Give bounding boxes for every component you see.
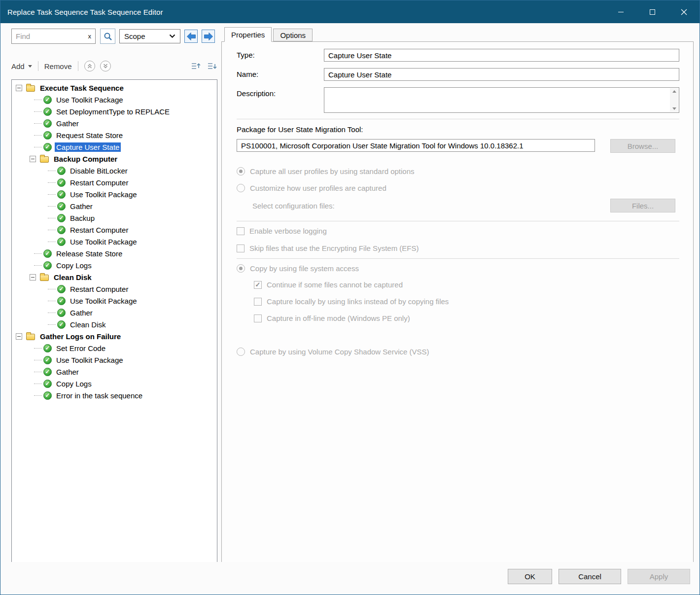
scroll-down-icon[interactable]	[672, 107, 676, 110]
checkbox-unchecked-icon	[237, 245, 245, 252]
move-down-button[interactable]	[100, 61, 111, 71]
search-button[interactable]	[100, 29, 115, 44]
ok-button[interactable]: OK	[508, 569, 552, 584]
radio-capture-all-label: Capture all user profiles by using stand…	[250, 167, 415, 175]
apply-button[interactable]: Apply	[628, 569, 690, 584]
tree-expander-icon[interactable]	[30, 274, 36, 280]
back-button[interactable]	[184, 30, 198, 43]
step-success-check-icon	[57, 190, 66, 199]
radio-copy-file-system[interactable]: Copy by using file system access	[237, 264, 679, 273]
description-input[interactable]	[325, 88, 669, 112]
type-input[interactable]	[324, 49, 679, 62]
cancel-button[interactable]: Cancel	[559, 569, 621, 584]
tree-connector-line	[34, 111, 42, 112]
tree-step-row[interactable]: Backup	[12, 212, 217, 224]
tree-group-row[interactable]: Clean Disk	[12, 271, 217, 283]
checkbox-verbose-logging[interactable]: Enable verbose logging	[237, 227, 679, 235]
tree-step-row[interactable]: Use Toolkit Package	[12, 236, 217, 247]
add-button-label: Add	[11, 62, 25, 70]
checkbox-skip-efs[interactable]: Skip files that use the Encrypting File …	[237, 244, 679, 252]
radio-customize-profiles[interactable]: Customize how user profiles are captured	[237, 184, 679, 192]
scope-dropdown[interactable]: Scope	[119, 29, 180, 43]
tab-options[interactable]: Options	[273, 29, 313, 41]
step-success-check-icon	[43, 131, 52, 140]
tree-expander-icon[interactable]	[30, 156, 36, 162]
tree-connector-line	[48, 313, 56, 313]
tree-step-row[interactable]: Disable BitLocker	[12, 165, 217, 176]
checkbox-offline-mode[interactable]: Capture in off-line mode (Windows PE onl…	[237, 314, 679, 322]
tab-properties[interactable]: Properties	[224, 27, 272, 42]
files-button[interactable]: Files...	[610, 199, 675, 212]
tree-step-row[interactable]: Restart Computer	[12, 224, 217, 236]
browse-button[interactable]: Browse...	[610, 139, 675, 153]
tree-step-row[interactable]: Set Error Code	[12, 342, 217, 354]
move-up-button[interactable]	[84, 61, 95, 71]
minimize-icon	[618, 12, 624, 12]
tree-step-row[interactable]: Use Toolkit Package	[12, 94, 217, 105]
checkbox-continue-on-error[interactable]: Continue if some files cannot be capture…	[237, 280, 679, 289]
add-button[interactable]: Add	[11, 62, 32, 70]
back-arrow-icon	[186, 31, 197, 42]
tree-connector-line	[48, 194, 56, 195]
chevrons-down-icon	[102, 63, 109, 70]
minimize-button[interactable]	[605, 0, 636, 23]
tree-group-row[interactable]: Execute Task Sequence	[12, 82, 217, 94]
tree-step-row[interactable]: Copy Logs	[12, 378, 217, 389]
tree-step-row[interactable]: Clean Disk	[12, 318, 217, 330]
step-success-check-icon	[43, 380, 52, 388]
tree-item-label: Gather	[69, 308, 94, 317]
maximize-button[interactable]	[636, 0, 668, 23]
tree-item-label: Use Toolkit Package	[69, 237, 139, 246]
expand-all-button[interactable]	[207, 61, 217, 71]
tree-step-row[interactable]: Error in the task sequence	[12, 389, 217, 401]
tree-step-row[interactable]: Restart Computer	[12, 283, 217, 295]
tree-item-label: Copy Logs	[55, 379, 93, 388]
task-sequence-tree: Execute Task SequenceUse Toolkit Package…	[11, 79, 217, 562]
tree-expander-icon[interactable]	[16, 333, 22, 340]
select-config-row: Select configuration files: Files...	[237, 199, 679, 212]
tree-step-row[interactable]: Capture User State	[12, 141, 217, 153]
description-scrollbar[interactable]	[670, 88, 678, 112]
tree-step-row[interactable]: Set DeploymentType to REPLACE	[12, 105, 217, 117]
tree-step-row[interactable]: Request State Store	[12, 129, 217, 141]
tree-group-row[interactable]: Backup Computer	[12, 153, 217, 165]
tree-step-row[interactable]: Use Toolkit Package	[12, 188, 217, 200]
forward-button[interactable]	[202, 30, 215, 43]
radio-unselected-icon	[237, 184, 245, 192]
tree-step-row[interactable]: Copy Logs	[12, 259, 217, 271]
tree-step-row[interactable]: Use Toolkit Package	[12, 354, 217, 366]
step-success-check-icon	[43, 119, 52, 128]
package-input[interactable]	[237, 139, 595, 152]
radio-capture-all-profiles[interactable]: Capture all user profiles by using stand…	[237, 167, 679, 175]
tree-item-label: Gather	[69, 202, 94, 211]
close-button[interactable]	[668, 0, 700, 23]
tree-step-row[interactable]: Gather	[12, 200, 217, 212]
tree-step-row[interactable]: Use Toolkit Package	[12, 295, 217, 307]
tree-connector-line	[48, 242, 56, 242]
tree-step-row[interactable]: Gather	[12, 117, 217, 129]
tree-step-row[interactable]: Release State Store	[12, 247, 217, 259]
tree-step-row[interactable]: Gather	[12, 307, 217, 318]
skip-efs-label: Skip files that use the Encrypting File …	[249, 244, 419, 252]
continue-on-error-label: Continue if some files cannot be capture…	[267, 280, 403, 289]
find-clear-button[interactable]: x	[87, 33, 93, 40]
tree-group-row[interactable]: Gather Logs on Failure	[12, 330, 217, 342]
copy-file-system-label: Copy by using file system access	[250, 264, 359, 273]
remove-button[interactable]: Remove	[44, 62, 72, 70]
tree-connector-line	[48, 289, 56, 289]
radio-selected-icon	[237, 264, 245, 273]
name-input[interactable]	[324, 68, 679, 81]
find-box: x	[11, 29, 96, 44]
checkbox-capture-locally[interactable]: Capture locally by using links instead o…	[237, 297, 679, 306]
tree-expander-icon[interactable]	[16, 85, 22, 91]
collapse-all-button[interactable]	[190, 61, 201, 71]
tree-item-label: Request State Store	[55, 131, 124, 140]
scroll-up-icon[interactable]	[672, 90, 676, 93]
vss-label: Capture by using Volume Copy Shadow Serv…	[250, 348, 429, 356]
radio-vss[interactable]: Capture by using Volume Copy Shadow Serv…	[237, 348, 679, 356]
checkbox-unchecked-icon	[254, 315, 262, 322]
tree-item-label: Disable BitLocker	[69, 166, 129, 175]
find-input[interactable]	[16, 32, 87, 40]
tree-step-row[interactable]: Restart Computer	[12, 176, 217, 188]
tree-step-row[interactable]: Gather	[12, 366, 217, 378]
